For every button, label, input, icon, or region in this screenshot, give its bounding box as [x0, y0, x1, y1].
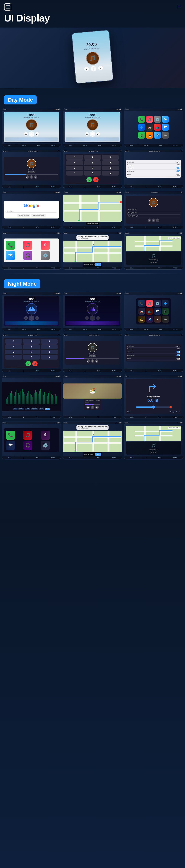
social-apn[interactable]: APN — [158, 226, 161, 228]
night-app-carlink[interactable]: 📱 — [162, 308, 169, 315]
next-btn[interactable]: ⏭ — [98, 66, 103, 70]
apps-apts-btn[interactable]: APTS — [174, 145, 178, 146]
num-8[interactable]: 8 — [84, 166, 101, 170]
cp-phone[interactable]: 📞 — [6, 241, 15, 250]
night-app-radio[interactable]: 📻 — [138, 316, 145, 322]
night-app-bt[interactable]: 🔷 — [162, 300, 169, 307]
app-more[interactable]: ⋯ — [162, 132, 169, 138]
coffee-apts[interactable]: APTS — [112, 267, 116, 269]
google-dial[interactable]: DIAL — [8, 226, 11, 228]
track-2[interactable]: ♪华乐_经典.mp3 — [127, 211, 180, 215]
google-search-input[interactable] — [5, 210, 57, 213]
num-star[interactable]: * — [66, 171, 83, 176]
google-lucky-btn[interactable]: I'm Feeling Lucky — [31, 214, 46, 217]
track-3[interactable]: ♪华乐_经典2.mp3 — [127, 215, 180, 218]
app-weather[interactable]: 🌤 — [162, 116, 169, 123]
night-coffee-nav-apn[interactable]: APN — [97, 457, 100, 459]
night-go-button[interactable]: GO — [95, 453, 101, 456]
night-nav-music-apn[interactable]: APN — [158, 457, 161, 459]
bt-music-apts[interactable]: APTS — [51, 186, 55, 188]
google-apts[interactable]: APTS — [51, 226, 55, 228]
app-bt[interactable]: 🔷 — [138, 124, 145, 131]
night-apts-1[interactable]: APTS — [51, 329, 55, 330]
app-carlink[interactable]: 📱 — [138, 132, 145, 138]
night-bt-settings-mute[interactable]: ♪ — [146, 370, 146, 372]
day-play-2[interactable]: ⏸ — [90, 131, 95, 137]
night-num-2[interactable]: 2 — [23, 339, 40, 344]
bt-call-apts[interactable]: APTS — [112, 186, 116, 188]
day-next-1[interactable]: ⏭ — [35, 132, 39, 136]
night-app-music[interactable]: 🎵 — [146, 300, 153, 307]
app-maps[interactable]: 🗺 — [162, 124, 169, 131]
cp-maps[interactable]: 🗺 — [6, 251, 15, 260]
night-num-5[interactable]: 5 — [23, 344, 40, 349]
apps-apn-btn[interactable]: APN — [159, 145, 162, 146]
app-phone[interactable]: 📞 — [138, 116, 145, 123]
night-prev-2[interactable]: ⏮ — [85, 316, 89, 320]
day-play-1[interactable]: ⏸ — [29, 131, 34, 137]
google-mute[interactable]: ♪ — [23, 226, 24, 228]
night-app-phone[interactable]: 📞 — [138, 300, 145, 307]
food-play[interactable]: ⏸ — [91, 406, 94, 409]
food-prev[interactable]: ⏮ — [86, 406, 90, 409]
num-9[interactable]: 9 — [102, 166, 119, 170]
bt-settings-apn[interactable]: APN — [158, 186, 161, 188]
nav-music-apn[interactable]: APN — [158, 267, 161, 269]
music-prev[interactable]: ⏮ — [26, 175, 29, 179]
menu-button[interactable] — [4, 3, 11, 10]
map-dial[interactable]: DIAL — [69, 226, 73, 228]
night-num-8[interactable]: 8 — [23, 350, 40, 354]
night-bt-music-apn[interactable]: APN — [97, 370, 100, 372]
night-coffee-nav-dial[interactable]: DIAL — [69, 457, 73, 459]
night-power-toggle[interactable] — [177, 358, 180, 360]
night-apn-2[interactable]: APN — [98, 329, 101, 330]
night-bt-settings-apn[interactable]: APN — [158, 370, 161, 372]
night-auto-connect-toggle[interactable] — [177, 354, 180, 356]
cp-music[interactable]: 🎵 — [23, 241, 32, 250]
day-prev-2[interactable]: ⏮ — [85, 132, 89, 136]
cp-settings[interactable]: ⚙️ — [41, 251, 50, 260]
num-hash[interactable]: # — [102, 171, 119, 176]
np-play[interactable]: ▶ — [153, 261, 154, 263]
apn-btn-2[interactable]: APN — [98, 145, 101, 146]
carplay-dial[interactable]: DIAL — [8, 267, 11, 269]
night-end-btn[interactable]: 📵 — [32, 361, 37, 366]
mute-btn-1[interactable]: MUTE — [22, 145, 26, 146]
nav-turn-apts[interactable]: APTS — [173, 416, 177, 418]
night-music-prev[interactable]: ⏮ — [87, 359, 90, 363]
bt-music-mute[interactable]: ♪ — [23, 186, 24, 188]
night-bt-call-dial[interactable]: DIAL — [8, 370, 11, 372]
night-app-telegram[interactable]: ✈️ — [146, 316, 153, 322]
nav-lines-icon[interactable]: ≡ — [178, 4, 181, 10]
wave-btn-2[interactable]: ROCK — [18, 408, 24, 410]
np-prev[interactable]: ⏮ — [150, 261, 152, 263]
dial-btn-2[interactable]: DIAL — [69, 145, 72, 146]
night-bt-music-apts[interactable]: APTS — [112, 370, 116, 372]
coffee-mute[interactable]: ♪ — [84, 267, 85, 269]
night-next-1[interactable]: ⏭ — [35, 316, 39, 320]
night-num-7[interactable]: 7 — [5, 350, 22, 354]
night-cp-podcast[interactable]: 🎙 — [41, 431, 50, 440]
call-btn[interactable]: 📞 — [86, 177, 92, 182]
food-next[interactable]: ⏭ — [95, 406, 99, 409]
night-prev-1[interactable]: ⏮ — [24, 316, 28, 320]
num-5[interactable]: 5 — [84, 160, 101, 165]
nav-music-dial[interactable]: DIAL — [130, 267, 133, 269]
map-apts[interactable]: APTS — [112, 226, 116, 228]
app-music[interactable]: 🎵 — [146, 116, 153, 123]
night-cp-podcast2[interactable]: 🎧 — [23, 441, 32, 450]
music-next[interactable]: ⏭ — [34, 175, 37, 179]
coffee-dial[interactable]: DIAL — [69, 267, 73, 269]
apts-btn-2[interactable]: APTS — [112, 145, 116, 146]
bt-call-dial[interactable]: DIAL — [69, 186, 73, 188]
night-music-next[interactable]: ⏭ — [95, 359, 98, 363]
wave-btn-1[interactable]: POP — [13, 408, 18, 410]
prev-btn[interactable]: ⏮ — [84, 67, 89, 72]
night-bt-settings-dial[interactable]: DIAL — [130, 370, 133, 372]
num-7[interactable]: 7 — [66, 166, 83, 170]
carplay-apts[interactable]: APTS — [51, 267, 55, 269]
night-bt-call-mute[interactable]: ♪ — [23, 370, 24, 372]
apps-mute-btn[interactable]: MUTE — [144, 145, 149, 146]
night-music-play[interactable]: ⏸ — [91, 359, 94, 363]
wave-apn[interactable]: APN — [36, 416, 39, 418]
